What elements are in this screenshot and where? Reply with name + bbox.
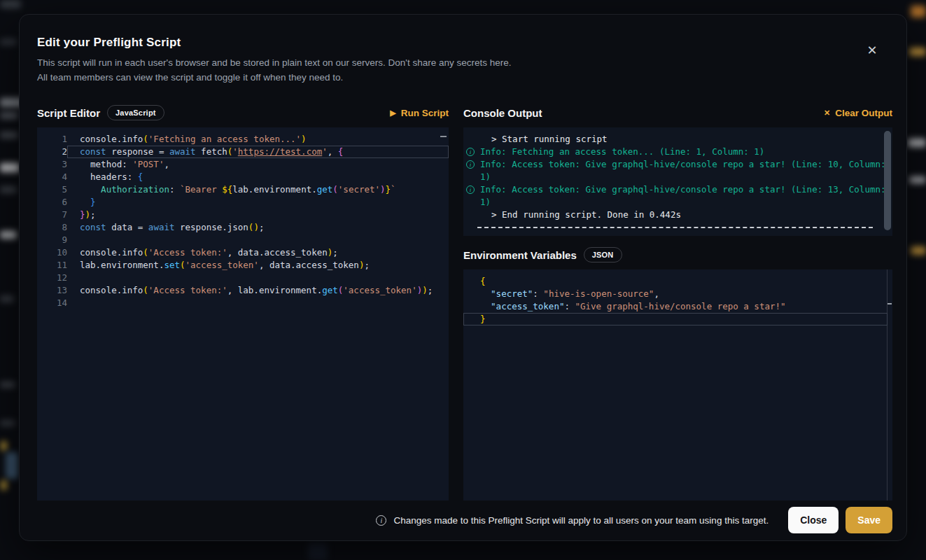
backdrop-blob [0, 132, 18, 139]
footer-note: i Changes made to this Preflight Script … [376, 515, 769, 526]
code-text: { [463, 275, 892, 288]
console-line-gutter [466, 209, 480, 221]
line-number: 10 [37, 246, 67, 259]
backdrop-blob [0, 163, 20, 172]
code-text: lab.environment.set('access_token', data… [67, 259, 449, 272]
console-output-panel: > Start running scriptiInfo: Fetching an… [463, 127, 892, 236]
backdrop-blob [1, 441, 7, 451]
console-separator [477, 227, 873, 228]
backdrop-blob [1, 480, 7, 490]
console-line-text: Info: Access token: Give graphql-hive/co… [480, 158, 885, 171]
code-line[interactable]: } [463, 313, 892, 326]
backdrop-blob [0, 231, 17, 239]
preflight-script-modal: ✕ Edit your Preflight Script This script… [19, 14, 907, 541]
console-line-text: > End running script. Done in 0.442s [480, 209, 681, 221]
code-text: const response = await fetch('https://te… [67, 146, 449, 158]
language-badge: JavaScript [107, 105, 164, 120]
console-line: iInfo: Fetching an access token... (Line… [466, 146, 890, 158]
code-line[interactable]: 1console.info('Fetching an access token.… [37, 133, 449, 146]
page-title: Edit your Preflight Script [37, 36, 892, 50]
environment-variables-editor[interactable]: { "secret": "hive-is-open-source", "acce… [463, 270, 892, 500]
console-output-title: Console Output [463, 107, 542, 119]
code-text: } [67, 196, 449, 209]
console-line-text: Info: Fetching an access token... (Line:… [480, 146, 764, 158]
clear-output-button[interactable]: ✕ Clear Output [824, 108, 892, 118]
line-number: 2 [37, 146, 67, 158]
line-number: 6 [37, 196, 67, 209]
run-script-label: Run Script [401, 108, 449, 118]
console-line-text: 1) [480, 171, 491, 183]
backdrop-blob [909, 48, 926, 56]
line-number: 4 [37, 171, 67, 183]
backdrop-blob [909, 176, 926, 183]
info-icon: i [376, 515, 386, 526]
code-text: const data = await response.json(); [67, 221, 449, 234]
code-text: console.info('Access token:', data.acces… [67, 246, 449, 259]
info-circle-icon: i [466, 183, 480, 196]
console-line: iInfo: Access token: Give graphql-hive/c… [466, 183, 890, 196]
run-script-button[interactable]: ▶ Run Script [390, 108, 449, 118]
backdrop-blob [0, 0, 21, 8]
console-line: > End running script. Done in 0.442s [466, 209, 890, 221]
code-line[interactable]: 5 Authorization: `Bearer ${lab.environme… [37, 183, 449, 196]
backdrop-blob [0, 295, 14, 302]
console-line-text: Info: Access token: Give graphql-hive/co… [480, 183, 885, 196]
environment-variables-title: Environment Variables [463, 249, 577, 261]
line-number: 14 [37, 297, 67, 309]
code-line[interactable]: 6 } [37, 196, 449, 209]
code-text: headers: { [67, 171, 449, 183]
json-badge: JSON [584, 247, 622, 262]
code-line[interactable]: 4 headers: { [37, 171, 449, 183]
code-text: console.info('Access token:', lab.enviro… [67, 284, 449, 297]
code-line[interactable]: 14 [37, 297, 449, 309]
info-circle-icon: i [466, 158, 480, 171]
code-text: Authorization: `Bearer ${lab.environment… [67, 183, 449, 196]
console-line: iInfo: Access token: Give graphql-hive/c… [466, 158, 890, 171]
console-line-gutter [466, 171, 480, 183]
backdrop-blob [0, 186, 17, 193]
code-text: } [463, 313, 888, 326]
console-line: 1) [466, 171, 890, 183]
code-line[interactable]: 9 [37, 234, 449, 246]
console-line: 1) [466, 196, 890, 209]
line-number: 12 [37, 272, 67, 284]
close-icon[interactable]: ✕ [864, 43, 880, 58]
clear-output-label: Clear Output [835, 108, 892, 118]
save-button[interactable]: Save [846, 507, 892, 533]
code-line[interactable]: 13console.info('Access token:', lab.envi… [37, 284, 449, 297]
code-line[interactable]: "access_token": "Give graphql-hive/conso… [463, 300, 892, 313]
code-line[interactable]: 10console.info('Access token:', data.acc… [37, 246, 449, 259]
console-line-gutter [466, 133, 480, 146]
backdrop-blob [0, 112, 18, 119]
code-text: "secret": "hive-is-open-source", [463, 288, 892, 300]
description-line-1: This script will run in each user's brow… [37, 57, 511, 68]
line-number: 13 [37, 284, 67, 297]
backdrop-blob [0, 382, 15, 388]
console-line-text: 1) [480, 196, 491, 209]
code-line[interactable]: 2const response = await fetch('https://t… [37, 146, 449, 158]
code-line[interactable]: { [463, 275, 892, 288]
code-text: console.info('Fetching an access token..… [67, 133, 449, 146]
code-line[interactable]: 3 method: 'POST', [37, 158, 449, 171]
console-line-text: > Start running script [480, 133, 608, 146]
code-text [67, 234, 449, 246]
line-number: 1 [37, 133, 67, 146]
backdrop-blob [911, 6, 926, 18]
backdrop-blob [0, 38, 17, 46]
close-button[interactable]: Close [788, 507, 839, 533]
code-line[interactable]: 7}); [37, 209, 449, 221]
footer-note-text: Changes made to this Preflight Script wi… [393, 515, 769, 526]
script-code-editor[interactable]: 1console.info('Fetching an access token.… [37, 127, 449, 500]
console-line-gutter [466, 196, 480, 209]
play-icon: ▶ [390, 109, 395, 117]
code-line[interactable]: 12 [37, 272, 449, 284]
code-line[interactable]: "secret": "hive-is-open-source", [463, 288, 892, 300]
code-line[interactable]: 11lab.environment.set('access_token', da… [37, 259, 449, 272]
code-line[interactable]: 8const data = await response.json(); [37, 221, 449, 234]
line-number: 9 [37, 234, 67, 246]
clear-x-icon: ✕ [824, 109, 830, 117]
code-text: "access_token": "Give graphql-hive/conso… [463, 300, 892, 313]
console-scrollbar[interactable] [884, 131, 891, 230]
backdrop-blob [911, 246, 926, 255]
code-text [67, 297, 449, 309]
